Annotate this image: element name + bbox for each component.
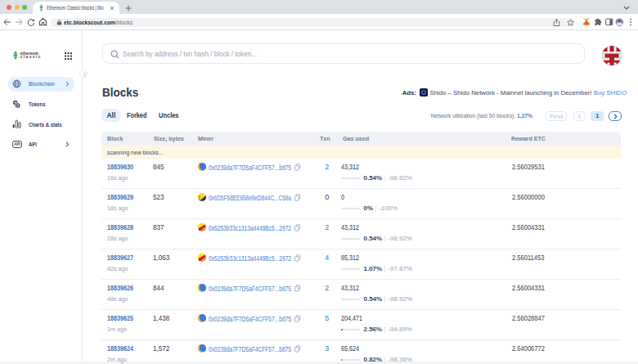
svg-text:API: API: [14, 142, 20, 146]
